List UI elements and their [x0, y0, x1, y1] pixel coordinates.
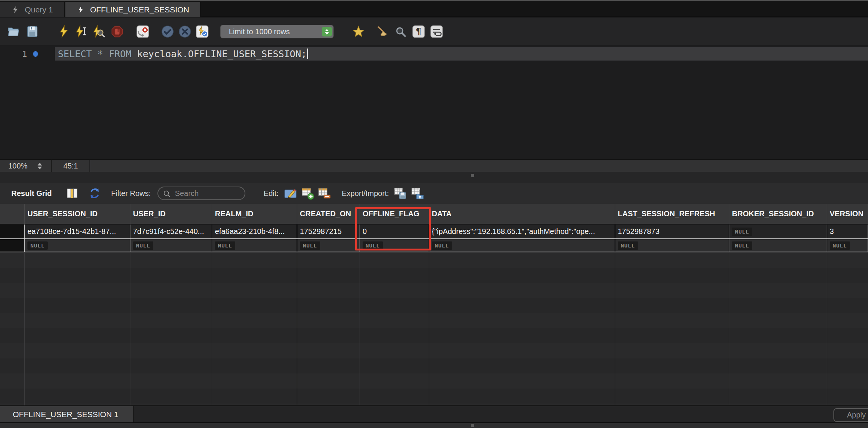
null-badge: NULL: [618, 241, 638, 250]
search-box: [157, 187, 245, 200]
result-grid: USER_SESSION_IDUSER_IDREALM_IDCREATED_ON…: [0, 204, 868, 405]
grid-header-row: USER_SESSION_IDUSER_IDREALM_IDCREATED_ON…: [0, 204, 868, 225]
cell-data[interactable]: NULL: [429, 239, 615, 252]
tab-label: OFFLINE_USER_SESSION: [90, 5, 189, 14]
window-bottom-strip: [0, 422, 868, 428]
cell-last_session_refresh[interactable]: 1752987873: [615, 225, 729, 238]
limit-rows-value: Limit to 1000 rows: [229, 27, 290, 36]
sql-editor-toolbar: Limit to 1000 rows ¶: [0, 18, 868, 45]
cell-data[interactable]: {"ipAddress":"192.168.65.1","authMethod"…: [429, 225, 615, 238]
line-number: 1: [22, 49, 27, 59]
sql-keywords: SELECT * FROM: [58, 49, 137, 59]
import-records-icon[interactable]: [411, 187, 424, 200]
cell-version[interactable]: 3: [827, 225, 868, 238]
cell-broker_session_id[interactable]: NULL: [729, 225, 827, 238]
cell-offline_flag[interactable]: NULL: [360, 239, 429, 252]
mysql-workbench-window: Query 1 OFFLINE_USER_SESSION: [0, 0, 868, 428]
null-badge: NULL: [732, 241, 752, 250]
column-header-realm_id[interactable]: REALM_ID: [212, 204, 297, 224]
apply-button[interactable]: Apply: [833, 408, 868, 422]
export-import-label: Export/Import:: [342, 189, 389, 198]
result-grid-toolbar: Result Grid Filter Rows:: [0, 183, 868, 204]
show-invisibles-icon[interactable]: ¶: [412, 25, 425, 38]
tab-query-1[interactable]: Query 1: [0, 2, 65, 17]
cell-realm_id[interactable]: NULL: [212, 239, 297, 252]
open-file-icon[interactable]: [7, 25, 20, 38]
cell-created_on[interactable]: 1752987215: [297, 225, 360, 238]
commit-icon[interactable]: [161, 25, 174, 38]
cell-user_session_id[interactable]: ea7108ce-7d15-42b1-87...: [25, 225, 130, 238]
toggle-word-wrap-icon[interactable]: [430, 25, 443, 38]
edit-label: Edit:: [263, 189, 278, 198]
result-set-tab-label: OFFLINE_USER_SESSION 1: [13, 410, 118, 419]
row-selector[interactable]: [0, 239, 25, 252]
cell-version[interactable]: NULL: [827, 239, 868, 252]
execute-current-statement-icon[interactable]: [74, 25, 88, 38]
cell-last_session_refresh[interactable]: NULL: [615, 239, 729, 252]
sql-editor[interactable]: 1 SELECT * FROM keycloak.OFFLINE_USER_SE…: [0, 45, 868, 159]
cell-realm_id[interactable]: efa6aa23-210b-4f8...: [212, 225, 297, 238]
column-header-user_session_id[interactable]: USER_SESSION_ID: [25, 204, 130, 224]
null-badge: NULL: [363, 241, 383, 250]
limit-rows-dropdown[interactable]: Limit to 1000 rows: [220, 25, 334, 38]
grid-columns-icon[interactable]: [65, 187, 79, 200]
column-header-version[interactable]: VERSION: [827, 204, 868, 224]
cell-broker_session_id[interactable]: NULL: [729, 239, 827, 252]
row-selector-header: [0, 204, 25, 224]
rollback-icon[interactable]: [178, 25, 192, 38]
column-header-offline_flag[interactable]: OFFLINE_FLAG: [360, 204, 429, 224]
lightning-icon: [11, 6, 20, 14]
row-selector[interactable]: [0, 225, 25, 238]
beautify-sql-icon[interactable]: [352, 25, 365, 38]
refresh-icon[interactable]: [88, 187, 101, 200]
filter-search-input[interactable]: [174, 187, 241, 199]
pane-splitter[interactable]: [0, 172, 868, 183]
column-header-created_on[interactable]: CREATED_ON: [297, 204, 360, 224]
column-header-data[interactable]: DATA: [429, 204, 615, 224]
result-set-tab[interactable]: OFFLINE_USER_SESSION 1: [0, 406, 134, 422]
execute-sql-icon[interactable]: [57, 25, 71, 38]
column-guide-line: [297, 253, 297, 405]
save-icon[interactable]: [26, 25, 39, 38]
column-header-broker_session_id[interactable]: BROKER_SESSION_ID: [729, 204, 827, 224]
cell-offline_flag[interactable]: 0: [360, 225, 429, 238]
column-guide-line: [827, 253, 827, 405]
column-header-last_session_refresh[interactable]: LAST_SESSION_REFRESH: [615, 204, 729, 224]
toggle-stop-on-error-icon[interactable]: [136, 25, 150, 38]
null-badge: NULL: [215, 241, 235, 250]
column-guide-line: [24, 253, 25, 405]
find-icon[interactable]: [394, 25, 407, 38]
explain-plan-icon[interactable]: [92, 25, 105, 38]
editor-tabbar: Query 1 OFFLINE_USER_SESSION: [0, 0, 868, 17]
export-recordset-icon[interactable]: [393, 187, 407, 200]
splitter-handle-icon[interactable]: [471, 424, 474, 427]
null-badge: NULL: [432, 241, 452, 250]
null-badge: NULL: [27, 241, 48, 250]
filter-rows-label: Filter Rows:: [111, 189, 151, 198]
stop-query-icon[interactable]: [110, 25, 124, 38]
cell-user_id[interactable]: 7d7c91f4-c52e-440...: [130, 225, 212, 238]
tab-offline-user-session[interactable]: OFFLINE_USER_SESSION: [65, 2, 202, 17]
clean-query-broom-icon[interactable]: [376, 25, 389, 38]
text-caret: [307, 49, 308, 59]
result-tabs-bar: OFFLINE_USER_SESSION 1 Apply: [0, 405, 868, 422]
editor-gutter: 1: [0, 47, 55, 61]
dropdown-stepper-icon: [322, 27, 332, 36]
statement-marker-icon: [33, 51, 38, 57]
current-line[interactable]: SELECT * FROM keycloak.OFFLINE_USER_SESS…: [55, 47, 868, 61]
edit-record-icon[interactable]: [284, 187, 297, 200]
cell-created_on[interactable]: NULL: [297, 239, 360, 252]
delete-row-icon[interactable]: [318, 187, 331, 200]
grid-row-1: ea7108ce-7d15-42b1-87...7d7c91f4-c52e-44…: [0, 225, 868, 239]
toggle-autocommit-icon[interactable]: [195, 25, 209, 38]
add-row-icon[interactable]: [301, 187, 315, 200]
zoom-stepper-icon[interactable]: [38, 162, 42, 170]
grid-rows: ea7108ce-7d15-42b1-87...7d7c91f4-c52e-44…: [0, 225, 868, 252]
cell-user_id[interactable]: NULL: [130, 239, 212, 252]
cell-user_session_id[interactable]: NULL: [25, 239, 130, 252]
column-header-user_id[interactable]: USER_ID: [130, 204, 212, 224]
column-guide-line: [212, 253, 212, 405]
column-guide-line: [130, 253, 130, 405]
null-badge: NULL: [300, 241, 320, 250]
splitter-handle-icon[interactable]: [471, 174, 474, 177]
